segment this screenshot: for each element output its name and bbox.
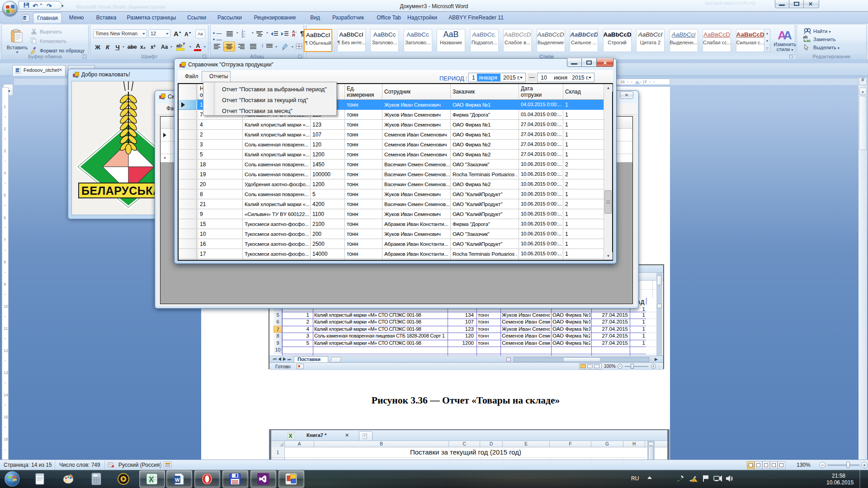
svg-text:W: W xyxy=(175,477,180,483)
svg-text:X: X xyxy=(149,476,154,483)
svg-text:W: W xyxy=(24,16,27,19)
svg-text:X: X xyxy=(289,433,292,439)
svg-text:0: 0 xyxy=(98,474,99,477)
svg-text:W: W xyxy=(16,69,19,72)
svg-text:!: ! xyxy=(694,479,695,482)
svg-text:✕: ✕ xyxy=(111,465,114,468)
